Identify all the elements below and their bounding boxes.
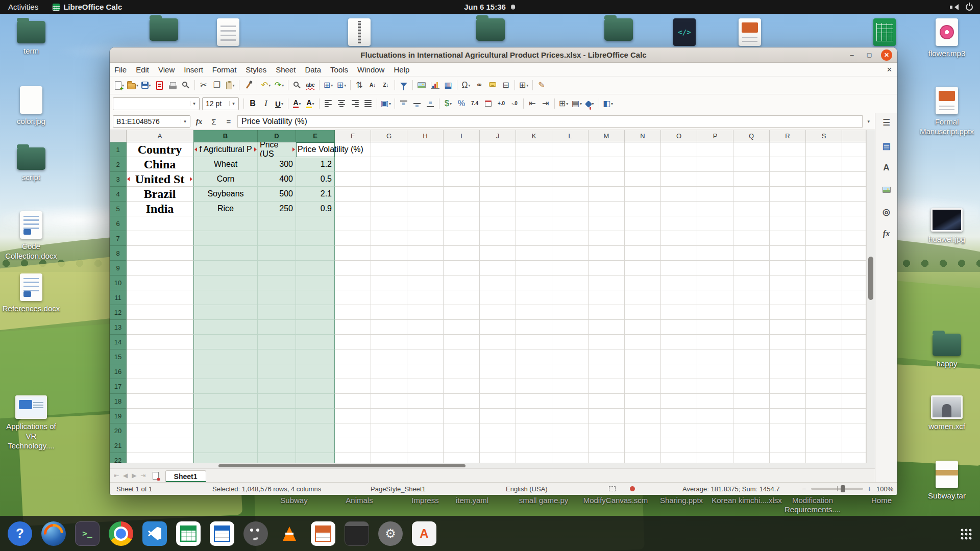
cell-E3[interactable]: 0.5 [296,172,335,187]
cell-S11[interactable] [806,290,842,305]
align-bottom[interactable] [424,97,437,111]
clone-formatting[interactable] [241,79,255,92]
cell-S20[interactable] [806,423,842,438]
cell-E7[interactable] [296,231,335,246]
save-dropdown[interactable]: ▾ [149,83,151,88]
dock-vscode[interactable] [142,521,167,546]
cell-B7[interactable] [193,231,258,246]
cell-P3[interactable] [697,172,733,187]
cell-M6[interactable] [589,216,625,231]
desktop-label-small-game-py[interactable]: small game.py [508,496,579,505]
cell-D21[interactable] [258,438,296,453]
cell-Q8[interactable] [733,246,770,261]
format-as-currency-dropdown[interactable]: ▾ [450,102,452,106]
cell-N17[interactable] [625,379,661,394]
cell-G2[interactable] [371,157,407,172]
cell-I15[interactable] [444,349,480,364]
cell-x10[interactable] [842,276,866,290]
undo[interactable]: ↶▾ [259,79,273,92]
cell-G10[interactable] [371,276,407,290]
cell-D13[interactable] [258,320,296,335]
cell-G7[interactable] [371,231,407,246]
cell-J15[interactable] [480,349,516,364]
menu-view[interactable]: View [154,63,179,76]
cell-E8[interactable] [296,246,335,261]
cell-B22[interactable] [193,453,258,463]
col-header-E[interactable]: E [296,130,335,142]
menu-sheet[interactable]: Sheet [271,63,300,76]
borders[interactable]: ⊞▾ [557,97,570,111]
document-modified-icon[interactable] [630,486,635,491]
last-sheet-button[interactable]: ⇥ [141,472,146,479]
cell-x11[interactable] [842,290,866,305]
cell-M20[interactable] [589,423,625,438]
cell-R5[interactable] [770,202,806,216]
cell-D5[interactable]: 250 [258,202,296,216]
cell-L2[interactable] [552,157,589,172]
select-all-corner[interactable] [110,130,127,142]
autofilter[interactable] [397,79,410,92]
desktop-label-item-yaml[interactable]: item.yaml [436,496,508,505]
stats-info[interactable]: Average: 181.8375; Sum: 1454.7 [682,485,780,493]
name-box[interactable]: ▾ [113,115,190,128]
cell-M4[interactable] [589,187,625,202]
first-sheet-button[interactable]: ⇤ [114,472,119,479]
cell-G16[interactable] [371,364,407,379]
cell-L21[interactable] [552,438,589,453]
menu-insert[interactable]: Insert [179,63,208,76]
cell-R15[interactable] [770,349,806,364]
cell-Q6[interactable] [733,216,770,231]
cell-H12[interactable] [407,305,444,320]
cell-K20[interactable] [516,423,552,438]
cell-N12[interactable] [625,305,661,320]
cell-B11[interactable] [193,290,258,305]
sidebar-navigator[interactable]: ◎ [879,205,894,218]
dock-libreoffice-impress[interactable] [311,521,335,546]
increase-indent[interactable]: ⇥ [539,97,552,111]
cell-I19[interactable] [444,409,480,423]
cell-B9[interactable] [193,261,258,276]
merge-cells[interactable]: ▣▾ [379,97,393,111]
cell-L14[interactable] [552,335,589,349]
cell-E10[interactable] [296,276,335,290]
row-header-11[interactable]: 11 [110,290,127,305]
cell-D11[interactable] [258,290,296,305]
cell-F16[interactable] [335,364,371,379]
cell-P16[interactable] [697,364,733,379]
cell-R16[interactable] [770,364,806,379]
cell-L4[interactable] [552,187,589,202]
highlighting-color-dropdown[interactable]: ▾ [312,102,314,106]
cell-L20[interactable] [552,423,589,438]
decrease-indent[interactable]: ⇤ [526,97,539,111]
cell-S15[interactable] [806,349,842,364]
font-color-dropdown[interactable]: ▾ [299,102,301,106]
desktop-icon-references-docx[interactable]: References.docx [3,273,59,314]
cell-x6[interactable] [842,216,866,231]
dock-chrome[interactable] [109,521,133,546]
cell-J1[interactable] [480,142,516,157]
paste[interactable]: ▾ [224,79,237,92]
cell-E14[interactable] [296,335,335,349]
menu-tools[interactable]: Tools [326,63,353,76]
cell-A21[interactable] [127,438,193,453]
cell-R2[interactable] [770,157,806,172]
cell-D19[interactable] [258,409,296,423]
desktop-icon-top-doc-plain-1[interactable] [200,18,256,46]
cell-B4[interactable]: Soybeans [193,187,258,202]
cell-K21[interactable] [516,438,552,453]
row-header-13[interactable]: 13 [110,320,127,335]
cell-R6[interactable] [770,216,806,231]
insert-image[interactable] [415,79,428,92]
desktop-icon-top-pptx-6[interactable] [722,18,778,46]
cell-B14[interactable] [193,335,258,349]
col-header-D[interactable]: D [258,130,296,142]
cell-A8[interactable] [127,246,193,261]
insert-chart[interactable] [428,79,442,92]
cell-R9[interactable] [770,261,806,276]
cell-I20[interactable] [444,423,480,438]
cell-F3[interactable] [335,172,371,187]
cell-Q9[interactable] [733,261,770,276]
dock-libreoffice-calc[interactable] [176,521,201,546]
cell-Q14[interactable] [733,335,770,349]
cell-N3[interactable] [625,172,661,187]
